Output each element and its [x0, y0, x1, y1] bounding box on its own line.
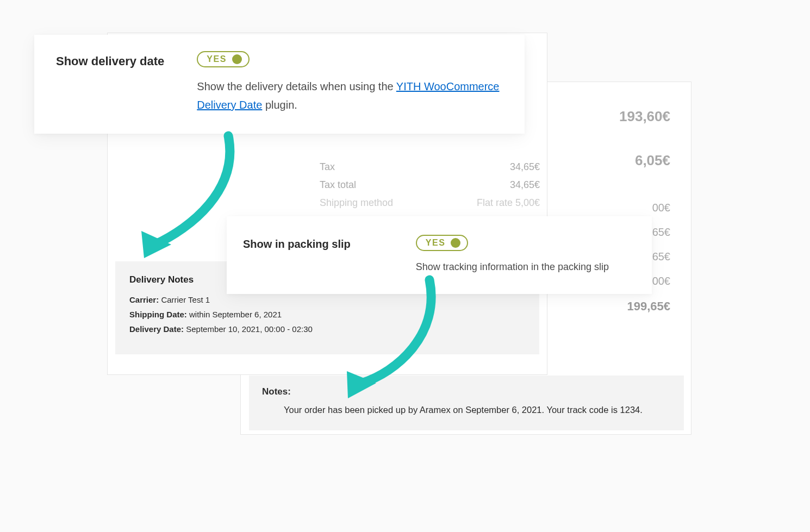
- setting-show-in-packing-slip: Show in packing slip YES Show tracking i…: [227, 216, 652, 294]
- setting-description: Show the delivery details when using the…: [197, 77, 503, 114]
- setting-label: Show in packing slip: [243, 235, 351, 276]
- notes-box: Notes: Your order has been picked up by …: [249, 375, 684, 430]
- tax-total-row: Tax total 34,65€: [320, 176, 540, 194]
- toggle-dot-icon: [451, 238, 460, 248]
- toggle-dot-icon: [232, 54, 242, 64]
- tax-row: Tax 34,65€: [320, 158, 540, 176]
- toggle-text: YES: [426, 238, 446, 248]
- carrier-line: Carrier: Carrier Test 1: [129, 295, 525, 304]
- shipping-row: Shipping method Flat rate 5,00€: [320, 194, 540, 212]
- toggle-text: YES: [207, 54, 227, 64]
- setting-label: Show delivery date: [56, 51, 164, 114]
- setting-show-delivery-date: Show delivery date YES Show the delivery…: [34, 35, 525, 134]
- toggle-show-in-packing-slip[interactable]: YES: [416, 235, 469, 251]
- toggle-show-delivery-date[interactable]: YES: [197, 51, 250, 67]
- delivery-date-line: Delivery Date: September 10, 2021, 00:00…: [129, 324, 525, 334]
- notes-body: Your order has been picked up by Aramex …: [262, 405, 671, 415]
- notes-title: Notes:: [262, 386, 671, 397]
- setting-description: Show tracking information in the packing…: [416, 259, 635, 276]
- shipping-date-line: Shipping Date: within September 6, 2021: [129, 310, 525, 319]
